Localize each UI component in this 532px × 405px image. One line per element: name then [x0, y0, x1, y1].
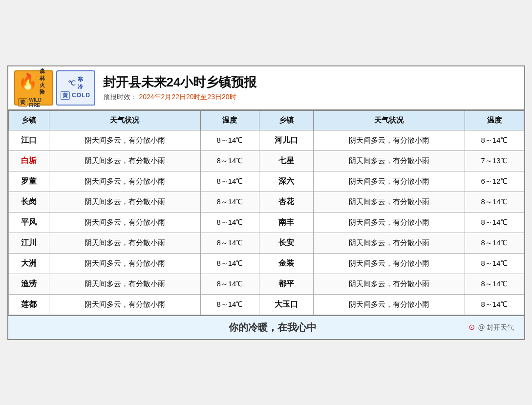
- weather-left: 阴天间多云，有分散小雨: [49, 150, 200, 171]
- weather-left: 阴天间多云，有分散小雨: [49, 233, 200, 253]
- table-row: 长岗 阴天间多云，有分散小雨 8～14℃ 杏花 阴天间多云，有分散小雨 8～14…: [8, 192, 524, 212]
- page-title: 封开县未来24小时乡镇预报: [103, 74, 518, 91]
- temp-left: 8～14℃: [200, 192, 259, 212]
- town-right: 杏花: [259, 192, 314, 212]
- town-right: 深六: [259, 171, 314, 192]
- table-row: 江口 阴天间多云，有分散小雨 8～14℃ 河儿口 阴天间多云，有分散小雨 8～1…: [8, 130, 524, 150]
- wildfire-badge: 🔥 森林 火险 黄 WILD FIRE: [14, 70, 53, 106]
- temp-right: 8～14℃: [465, 294, 524, 315]
- wildfire-en-label: WILD FIRE: [29, 97, 49, 108]
- temp-right: 8～14℃: [465, 233, 524, 253]
- table-row: 莲都 阴天间多云，有分散小雨 8～14℃ 大玉口 阴天间多云，有分散小雨 8～1…: [8, 294, 524, 315]
- town-left: 长岗: [8, 192, 49, 212]
- town-left: 渔涝: [8, 274, 49, 294]
- flame-icon: 🔥: [18, 74, 38, 89]
- table-row: 白垢 阴天间多云，有分散小雨 8～14℃ 七星 阴天间多云，有分散小雨 7～13…: [8, 150, 524, 171]
- weather-left: 阴天间多云，有分散小雨: [49, 192, 200, 212]
- forecast-table: 乡镇 天气状况 温度 乡镇 天气状况 温度 江口 阴天间多云，有分散小雨 8～1…: [8, 110, 524, 315]
- temp-left: 8～14℃: [200, 212, 259, 233]
- cold-cn-label2: 冷: [78, 83, 83, 90]
- weibo-icon: ⊙: [468, 323, 475, 331]
- col-weather-right: 天气状况: [313, 110, 465, 130]
- weather-right: 阴天间多云，有分散小雨: [313, 274, 465, 294]
- temp-left: 8～14℃: [200, 130, 259, 150]
- weather-left: 阴天间多云，有分散小雨: [49, 171, 200, 192]
- temp-left: 8～14℃: [200, 253, 259, 274]
- weather-left: 阴天间多云，有分散小雨: [49, 294, 200, 315]
- temp-left: 8～14℃: [200, 171, 259, 192]
- temp-right: 8～14℃: [465, 130, 524, 150]
- footer: 你的冷暖，在我心中 ⊙ @ 封开天气: [8, 315, 524, 339]
- col-temp-left: 温度: [200, 110, 259, 130]
- temp-right: 7～13℃: [465, 150, 524, 171]
- main-card: 🔥 森林 火险 黄 WILD FIRE ℃ 寒 冷: [7, 65, 525, 340]
- weather-right: 阴天间多云，有分散小雨: [313, 130, 465, 150]
- temp-left: 8～14℃: [200, 294, 259, 315]
- weather-right: 阴天间多云，有分散小雨: [313, 171, 465, 192]
- table-row: 渔涝 阴天间多云，有分散小雨 8～14℃ 都平 阴天间多云，有分散小雨 8～14…: [8, 274, 524, 294]
- town-left: 白垢: [8, 150, 49, 171]
- forecast-time: 预报时效： 2024年2月22日20时至23日20时: [103, 93, 518, 102]
- town-left: 江川: [8, 233, 49, 253]
- col-town-left: 乡镇: [8, 110, 49, 130]
- table-header-row: 乡镇 天气状况 温度 乡镇 天气状况 温度: [8, 110, 524, 130]
- town-right: 金装: [259, 253, 314, 274]
- cold-badge: ℃ 寒 冷 黄 COLD: [56, 70, 95, 106]
- town-right: 大玉口: [259, 294, 314, 315]
- town-left: 莲都: [8, 294, 49, 315]
- weather-left: 阴天间多云，有分散小雨: [49, 212, 200, 233]
- weather-left: 阴天间多云，有分散小雨: [49, 130, 200, 150]
- brand-label: @ 封开天气: [478, 323, 514, 331]
- town-left: 江口: [8, 130, 49, 150]
- town-right: 南丰: [259, 212, 314, 233]
- temp-right: 6～12℃: [465, 171, 524, 192]
- weather-right: 阴天间多云，有分散小雨: [313, 150, 465, 171]
- weather-right: 阴天间多云，有分散小雨: [313, 253, 465, 274]
- temp-right: 8～14℃: [465, 212, 524, 233]
- weather-right: 阴天间多云，有分散小雨: [313, 294, 465, 315]
- town-right: 河儿口: [259, 130, 314, 150]
- town-right: 都平: [259, 274, 314, 294]
- col-town-right: 乡镇: [259, 110, 314, 130]
- wildfire-cn-label: 森林: [40, 67, 49, 82]
- table-row: 罗董 阴天间多云，有分散小雨 8～14℃ 深六 阴天间多云，有分散小雨 6～12…: [8, 171, 524, 192]
- town-left: 平风: [8, 212, 49, 233]
- alert-badges: 🔥 森林 火险 黄 WILD FIRE ℃ 寒 冷: [14, 70, 95, 106]
- col-weather-left: 天气状况: [49, 110, 200, 130]
- town-right: 长安: [259, 233, 314, 253]
- weather-left: 阴天间多云，有分散小雨: [49, 274, 200, 294]
- title-area: 封开县未来24小时乡镇预报 预报时效： 2024年2月22日20时至23日20时: [103, 74, 518, 102]
- table-row: 大洲 阴天间多云，有分散小雨 8～14℃ 金装 阴天间多云，有分散小雨 8～14…: [8, 253, 524, 274]
- town-right: 七星: [259, 150, 314, 171]
- temp-left: 8～14℃: [200, 274, 259, 294]
- temp-left: 8～14℃: [200, 233, 259, 253]
- cold-level: 黄: [61, 91, 70, 100]
- cold-en-label: COLD: [72, 92, 90, 99]
- table-row: 江川 阴天间多云，有分散小雨 8～14℃ 长安 阴天间多云，有分散小雨 8～14…: [8, 233, 524, 253]
- forecast-time-value: 2024年2月22日20时至23日20时: [139, 93, 236, 101]
- weather-right: 阴天间多云，有分散小雨: [313, 233, 465, 253]
- table-row: 平风 阴天间多云，有分散小雨 8～14℃ 南丰 阴天间多云，有分散小雨 8～14…: [8, 212, 524, 233]
- town-left: 大洲: [8, 253, 49, 274]
- forecast-label: 预报时效：: [103, 93, 137, 101]
- header: 🔥 森林 火险 黄 WILD FIRE ℃ 寒 冷: [8, 66, 524, 110]
- cold-cn-label: 寒: [78, 76, 83, 83]
- weather-right: 阴天间多云，有分散小雨: [313, 212, 465, 233]
- weather-left: 阴天间多云，有分散小雨: [49, 253, 200, 274]
- col-temp-right: 温度: [465, 110, 524, 130]
- wildfire-level: 黄: [18, 98, 27, 107]
- temp-left: 8～14℃: [200, 150, 259, 171]
- footer-brand: ⊙ @ 封开天气: [468, 322, 514, 332]
- footer-slogan: 你的冷暖，在我心中: [77, 321, 468, 334]
- temp-right: 8～14℃: [465, 274, 524, 294]
- temp-right: 8～14℃: [465, 192, 524, 212]
- town-left: 罗董: [8, 171, 49, 192]
- temp-right: 8～14℃: [465, 253, 524, 274]
- wildfire-cn-label2: 火险: [40, 82, 49, 96]
- weather-right: 阴天间多云，有分散小雨: [313, 192, 465, 212]
- thermometer-icon: ℃: [68, 79, 76, 87]
